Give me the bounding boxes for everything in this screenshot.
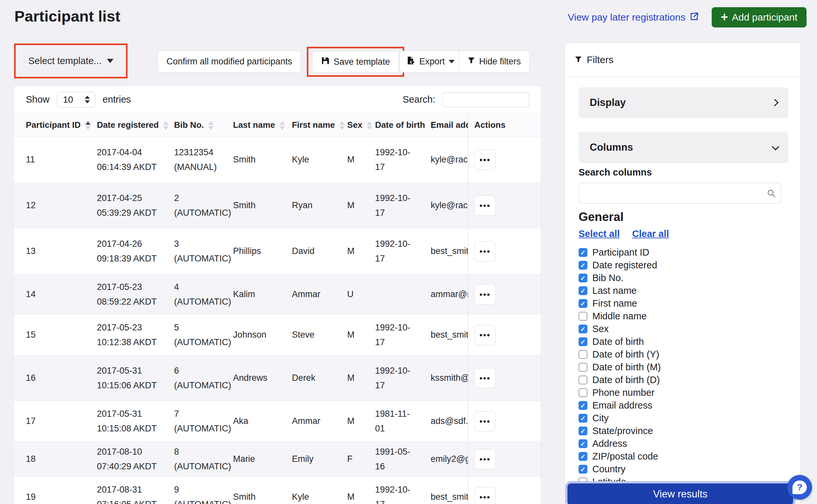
row-actions-button[interactable]: ••• [474,411,496,431]
column-checkbox-item-city[interactable]: ✓City [579,412,781,425]
cell-actions: ••• [468,401,541,442]
column-checkbox-item-date-of-birth-m[interactable]: Date of birth (M) [579,361,781,374]
cell-first-name: Kyle [279,477,334,504]
add-participant-button[interactable]: + Add participant [712,7,807,27]
checkbox-unchecked-icon[interactable] [579,350,587,359]
section-display[interactable]: Display [579,87,789,118]
sort-icon [85,121,91,130]
column-checkbox-item-state-province[interactable]: ✓State/province [579,425,781,437]
column-checkbox-item-country[interactable]: ✓Country [579,463,781,476]
checkbox-unchecked-icon[interactable] [579,312,587,321]
table-card: Show 10 entries Search: Participant IDDa… [13,86,541,504]
table-header-row: Participant IDDate registeredBib No.Last… [13,113,541,137]
help-button[interactable]: ? [787,475,812,500]
row-actions-button[interactable]: ••• [474,325,496,345]
cell-actions: ••• [468,355,541,401]
export-button[interactable]: Export [399,51,462,73]
column-checkbox-item-date-of-birth[interactable]: ✓Date of birth [579,335,781,348]
confirm-all-button[interactable]: Confirm all modified participants [158,51,301,73]
column-header-participant-id[interactable]: Participant ID [13,113,84,137]
cell-email-address: emily2@gma [418,442,468,477]
checkbox-checked-icon[interactable]: ✓ [579,248,587,257]
row-actions-button[interactable]: ••• [474,241,496,261]
checkbox-checked-icon[interactable]: ✓ [579,337,587,346]
checkbox-checked-icon[interactable]: ✓ [579,427,587,435]
cell-date-of-birth: 1981-11-01 [362,401,418,442]
page-title: Participant list [14,7,120,25]
row-actions-button[interactable]: ••• [474,449,496,469]
cell-date-registered: 2017-04-2609:18:39 AKDT [84,228,161,274]
column-checkbox-item-date-registered[interactable]: ✓Date registered [579,259,781,272]
cell-first-name: Ammar [279,274,334,315]
checkbox-unchecked-icon[interactable] [579,388,587,397]
cell-sex: M [334,477,362,504]
column-checkbox-item-middle-name[interactable]: Middle name [579,310,781,323]
column-checkbox-item-participant-id[interactable]: ✓Participant ID [579,246,781,259]
column-checkbox-item-phone-number[interactable]: Phone number [579,386,781,399]
row-actions-button[interactable]: ••• [474,150,496,170]
cell-date-of-birth: 1992-10-17 [362,315,418,355]
bulk-links: Select all Clear all [579,228,669,239]
column-checkbox-item-date-of-birth-y[interactable]: Date of birth (Y) [579,348,781,361]
select-template-label: Select template... [28,56,101,66]
column-checkbox-item-bib-no[interactable]: ✓Bib No. [579,272,781,284]
column-checkbox-item-sex[interactable]: ✓Sex [579,323,781,335]
cell-last-name: Smith [220,137,279,183]
column-checkbox-item-zip-postal-code[interactable]: ✓ZIP/postal code [579,450,781,463]
checkbox-checked-icon[interactable]: ✓ [579,401,587,410]
checkbox-checked-icon[interactable]: ✓ [579,286,587,295]
view-results-button[interactable]: View results [568,483,793,504]
row-actions-button[interactable]: ••• [474,195,496,216]
row-actions-button[interactable]: ••• [474,284,496,305]
header-actions: View pay later registrations + Add parti… [568,7,807,27]
checkbox-checked-icon[interactable]: ✓ [579,439,587,448]
column-header-label: Sex [347,120,362,130]
column-checkbox-item-first-name[interactable]: ✓First name [579,297,781,310]
search-icon [766,188,776,198]
column-checkbox-item-date-of-birth-d[interactable]: Date of birth (D) [579,374,781,386]
column-checkbox-item-address[interactable]: ✓Address [579,437,781,450]
columns-search-input[interactable] [579,183,781,204]
search-columns-label: Search columns [579,167,652,178]
checkbox-checked-icon[interactable]: ✓ [579,299,587,308]
row-actions-button[interactable]: ••• [474,368,496,388]
cell-date-of-birth: 1992-10-17 [362,477,418,504]
row-actions-button[interactable]: ••• [474,487,496,504]
checkbox-label: Date of birth [592,336,644,347]
checkbox-checked-icon[interactable]: ✓ [579,261,587,270]
column-checkbox-item-last-name[interactable]: ✓Last name [579,284,781,297]
checkbox-label: Phone number [592,387,655,398]
view-pay-later-link[interactable]: View pay later registrations [568,11,699,24]
checkbox-checked-icon[interactable]: ✓ [579,274,587,282]
sort-icon [280,121,285,130]
entries-select[interactable]: 10 [57,92,95,108]
cell-email-address: best_smith@ [418,315,468,355]
column-header-label: Bib No. [174,120,204,130]
select-all-link[interactable]: Select all [579,228,620,239]
column-checkbox-item-email-address[interactable]: ✓Email address [579,399,781,412]
entries-label: entries [103,94,131,105]
cell-email-address: kssmith@hot [418,355,468,401]
table-search-input[interactable] [443,92,529,107]
column-header-date-registered[interactable]: Date registered [84,113,161,137]
participant-list-screen: Participant list View pay later registra… [0,0,817,504]
column-header-bib-no[interactable]: Bib No. [161,113,220,137]
checkbox-checked-icon[interactable]: ✓ [579,325,587,333]
checkbox-unchecked-icon[interactable] [579,376,587,384]
clear-all-link[interactable]: Clear all [632,228,669,239]
checkbox-checked-icon[interactable]: ✓ [579,414,587,423]
stepper-icon [85,96,90,103]
cell-first-name: Steve [279,315,334,355]
cell-bib-no: 3(AUTOMATIC) [161,228,220,274]
section-columns[interactable]: Columns [579,132,789,163]
save-template-button[interactable]: Save template [312,51,399,73]
column-header-first-name[interactable]: First name [279,113,334,137]
checkbox-checked-icon[interactable]: ✓ [579,465,587,474]
checkbox-unchecked-icon[interactable] [579,363,587,372]
hide-filters-button[interactable]: Hide filters [459,51,530,73]
select-template-dropdown[interactable]: Select template... [28,56,113,66]
cell-actions: ••• [468,228,541,274]
column-header-last-name[interactable]: Last name [220,113,279,137]
checkbox-checked-icon[interactable]: ✓ [579,452,587,461]
table-row: 172017-05-3110:15:08 AKDT7(AUTOMATIC)Aka… [13,401,541,442]
